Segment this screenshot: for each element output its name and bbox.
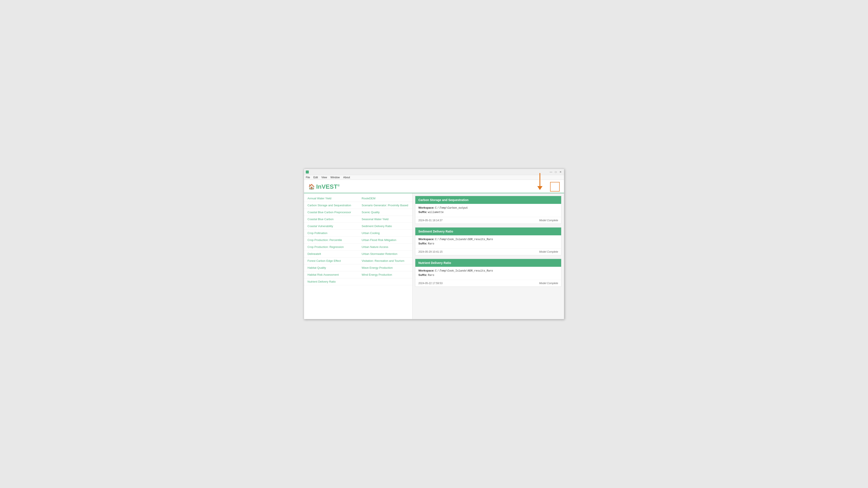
result-timestamp: 2024-05-31 18:14:37 bbox=[418, 219, 442, 222]
annotation-area: — □ ✕ File Edit View Window About 🏠 InVE… bbox=[304, 169, 564, 319]
model-item[interactable]: Urban Stormwater Retention bbox=[358, 251, 412, 257]
model-item[interactable]: Wave Energy Production bbox=[358, 264, 412, 271]
app-name: InVEST® bbox=[316, 183, 340, 190]
menu-edit[interactable]: Edit bbox=[313, 176, 318, 179]
menu-about[interactable]: About bbox=[343, 176, 350, 179]
model-item[interactable]: Habitat Risk Assessment bbox=[304, 271, 358, 278]
model-list-panel: Annual Water YieldRouteDEMCarbon Storage… bbox=[304, 193, 412, 319]
model-item[interactable]: Coastal Blue Carbon bbox=[304, 216, 358, 223]
result-timestamp: 2024-05-22 17:59:53 bbox=[418, 282, 442, 285]
result-footer: 2024-05-31 18:14:37 Model Complete bbox=[415, 217, 561, 224]
workspace-value: C:\Temp\Cook_Islands\NDR_results_Raro bbox=[435, 269, 493, 272]
suffix-label: Suffix: bbox=[418, 242, 427, 245]
title-bar: — □ ✕ bbox=[304, 169, 564, 175]
results-panel: Carbon Storage and Sequestration Workspa… bbox=[412, 193, 564, 319]
result-suffix: Suffix: Raro bbox=[418, 242, 558, 245]
result-card: Nutrient Delivery Ratio Workspace: C:\Te… bbox=[415, 259, 561, 287]
menu-view[interactable]: View bbox=[321, 176, 327, 179]
result-workspace: Workspace: C:\Temp\Cook_Islands\NDR_resu… bbox=[418, 269, 558, 272]
suffix-label: Suffix: bbox=[418, 210, 427, 214]
model-item[interactable]: Scenario Generator: Proximity Based bbox=[358, 202, 412, 209]
result-suffix: Suffix: willamette bbox=[418, 210, 558, 214]
model-item[interactable] bbox=[358, 278, 412, 285]
result-status: Model Complete bbox=[539, 282, 558, 285]
settings-button[interactable] bbox=[550, 182, 560, 192]
model-item[interactable]: Seasonal Water Yield bbox=[358, 216, 412, 223]
app-icon bbox=[306, 170, 309, 173]
home-icon: 🏠 bbox=[308, 184, 315, 190]
suffix-value: Raro bbox=[428, 242, 434, 245]
result-card: Sediment Delivery Ratio Workspace: C:\Te… bbox=[415, 227, 561, 255]
result-card-title: Nutrient Delivery Ratio bbox=[415, 259, 561, 267]
minimize-button[interactable]: — bbox=[549, 170, 553, 174]
result-suffix: Suffix: Raro bbox=[418, 273, 558, 277]
suffix-value: Raro bbox=[428, 274, 434, 277]
model-item[interactable]: Urban Nature Access bbox=[358, 243, 412, 251]
model-item[interactable]: Carbon Storage and Sequestration bbox=[304, 202, 358, 209]
model-list: Annual Water YieldRouteDEMCarbon Storage… bbox=[304, 195, 412, 285]
model-item[interactable]: Forest Carbon Edge Effect bbox=[304, 257, 358, 264]
title-bar-left bbox=[306, 170, 310, 173]
model-item[interactable]: Urban Cooling bbox=[358, 230, 412, 237]
result-card-body: Workspace: C:\Temp\Cook_Islands\SDR_resu… bbox=[415, 235, 561, 248]
workspace-value: C:\Temp\Cook_Islands\SDR_results_Raro bbox=[435, 238, 493, 241]
model-item[interactable]: RouteDEM bbox=[358, 195, 412, 202]
registered-mark: ® bbox=[337, 184, 340, 187]
window-controls: — □ ✕ bbox=[549, 170, 562, 174]
model-item[interactable]: Scenic Quality bbox=[358, 209, 412, 216]
main-content: Annual Water YieldRouteDEMCarbon Storage… bbox=[304, 193, 564, 319]
application-window: — □ ✕ File Edit View Window About 🏠 InVE… bbox=[304, 169, 564, 319]
result-workspace: Workspace: C:\Temp\Carbon_output bbox=[418, 206, 558, 209]
workspace-value: C:\Temp\Carbon_output bbox=[435, 206, 468, 209]
close-button[interactable]: ✕ bbox=[559, 170, 562, 174]
arrow-head bbox=[537, 186, 542, 190]
result-card-title: Carbon Storage and Sequestration bbox=[415, 196, 561, 204]
model-item[interactable]: Wind Energy Production bbox=[358, 271, 412, 278]
workspace-label: Workspace: bbox=[418, 206, 434, 209]
menu-bar: File Edit View Window About bbox=[304, 175, 564, 180]
suffix-label: Suffix: bbox=[418, 273, 427, 276]
model-item[interactable]: Nutrient Delivery Ratio bbox=[304, 278, 358, 285]
result-footer: 2024-05-22 17:59:53 Model Complete bbox=[415, 280, 561, 287]
result-workspace: Workspace: C:\Temp\Cook_Islands\SDR_resu… bbox=[418, 237, 558, 241]
model-item[interactable]: DelineateIt bbox=[304, 251, 358, 257]
arrow-shaft bbox=[539, 173, 540, 186]
app-header: 🏠 InVEST® bbox=[304, 180, 564, 193]
annotation-arrow bbox=[537, 173, 542, 190]
maximize-button[interactable]: □ bbox=[554, 170, 557, 174]
result-card-title: Sediment Delivery Ratio bbox=[415, 228, 561, 235]
workspace-label: Workspace: bbox=[418, 269, 434, 272]
model-item[interactable]: Habitat Quality bbox=[304, 264, 358, 271]
result-status: Model Complete bbox=[539, 219, 558, 222]
model-item[interactable]: Crop Production: Regression bbox=[304, 243, 358, 251]
model-item[interactable]: Crop Production: Percentile bbox=[304, 237, 358, 243]
result-timestamp: 2024-05-29 10:41:15 bbox=[418, 250, 442, 253]
result-card: Carbon Storage and Sequestration Workspa… bbox=[415, 196, 561, 224]
model-item[interactable]: Urban Flood Risk Mitigation bbox=[358, 237, 412, 243]
result-card-body: Workspace: C:\Temp\Cook_Islands\NDR_resu… bbox=[415, 267, 561, 280]
model-item[interactable]: Coastal Vulnerability bbox=[304, 223, 358, 230]
menu-file[interactable]: File bbox=[306, 176, 310, 179]
logo-area: 🏠 InVEST® bbox=[308, 183, 340, 190]
suffix-value: willamette bbox=[428, 211, 443, 214]
model-item[interactable]: Annual Water Yield bbox=[304, 195, 358, 202]
result-status: Model Complete bbox=[539, 250, 558, 253]
model-item[interactable]: Visitation: Recreation and Tourism bbox=[358, 257, 412, 264]
model-item[interactable]: Crop Pollination bbox=[304, 230, 358, 237]
menu-window[interactable]: Window bbox=[331, 176, 340, 179]
model-item[interactable]: Sediment Delivery Ratio bbox=[358, 223, 412, 230]
workspace-label: Workspace: bbox=[418, 237, 434, 241]
result-footer: 2024-05-29 10:41:15 Model Complete bbox=[415, 248, 561, 255]
model-item[interactable]: Coastal Blue Carbon Preprocessor bbox=[304, 209, 358, 216]
result-card-body: Workspace: C:\Temp\Carbon_output Suffix:… bbox=[415, 204, 561, 217]
